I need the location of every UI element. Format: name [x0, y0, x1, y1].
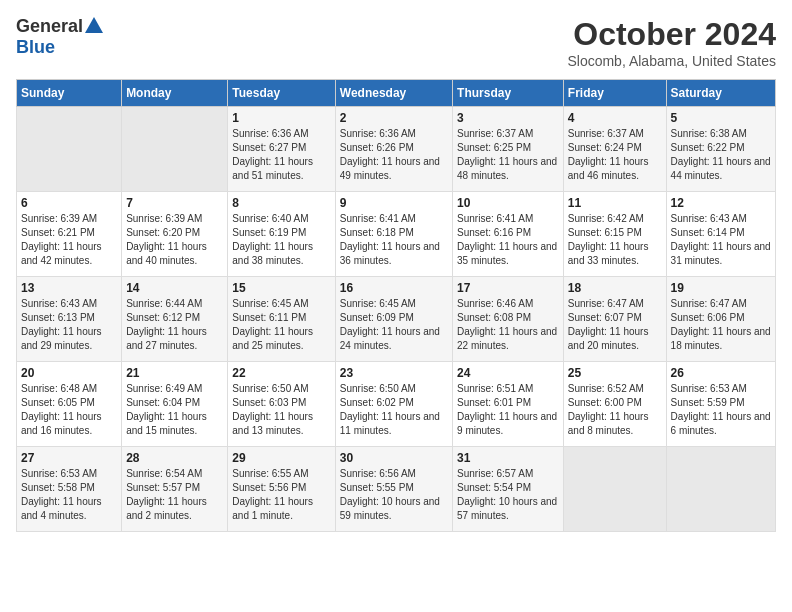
day-info: Sunrise: 6:53 AMSunset: 5:59 PMDaylight:… — [671, 382, 771, 438]
day-info: Sunrise: 6:56 AMSunset: 5:55 PMDaylight:… — [340, 467, 448, 523]
table-row — [563, 447, 666, 532]
header-monday: Monday — [122, 80, 228, 107]
day-info: Sunrise: 6:51 AMSunset: 6:01 PMDaylight:… — [457, 382, 559, 438]
day-info: Sunrise: 6:39 AMSunset: 6:20 PMDaylight:… — [126, 212, 223, 268]
day-number: 18 — [568, 281, 662, 295]
day-info: Sunrise: 6:40 AMSunset: 6:19 PMDaylight:… — [232, 212, 330, 268]
day-info: Sunrise: 6:50 AMSunset: 6:02 PMDaylight:… — [340, 382, 448, 438]
table-row: 30 Sunrise: 6:56 AMSunset: 5:55 PMDaylig… — [335, 447, 452, 532]
table-row: 22 Sunrise: 6:50 AMSunset: 6:03 PMDaylig… — [228, 362, 335, 447]
table-row: 19 Sunrise: 6:47 AMSunset: 6:06 PMDaylig… — [666, 277, 775, 362]
table-row: 23 Sunrise: 6:50 AMSunset: 6:02 PMDaylig… — [335, 362, 452, 447]
header-friday: Friday — [563, 80, 666, 107]
day-number: 29 — [232, 451, 330, 465]
table-row: 18 Sunrise: 6:47 AMSunset: 6:07 PMDaylig… — [563, 277, 666, 362]
day-info: Sunrise: 6:46 AMSunset: 6:08 PMDaylight:… — [457, 297, 559, 353]
table-row: 4 Sunrise: 6:37 AMSunset: 6:24 PMDayligh… — [563, 107, 666, 192]
table-row — [666, 447, 775, 532]
day-number: 15 — [232, 281, 330, 295]
table-row: 8 Sunrise: 6:40 AMSunset: 6:19 PMDayligh… — [228, 192, 335, 277]
day-info: Sunrise: 6:36 AMSunset: 6:27 PMDaylight:… — [232, 127, 330, 183]
day-info: Sunrise: 6:43 AMSunset: 6:14 PMDaylight:… — [671, 212, 771, 268]
header-tuesday: Tuesday — [228, 80, 335, 107]
table-row: 6 Sunrise: 6:39 AMSunset: 6:21 PMDayligh… — [17, 192, 122, 277]
table-row: 7 Sunrise: 6:39 AMSunset: 6:20 PMDayligh… — [122, 192, 228, 277]
table-row: 20 Sunrise: 6:48 AMSunset: 6:05 PMDaylig… — [17, 362, 122, 447]
day-number: 21 — [126, 366, 223, 380]
location-title: Slocomb, Alabama, United States — [567, 53, 776, 69]
day-number: 1 — [232, 111, 330, 125]
day-info: Sunrise: 6:55 AMSunset: 5:56 PMDaylight:… — [232, 467, 330, 523]
logo-blue: Blue — [16, 37, 55, 57]
table-row: 21 Sunrise: 6:49 AMSunset: 6:04 PMDaylig… — [122, 362, 228, 447]
table-row — [122, 107, 228, 192]
day-number: 30 — [340, 451, 448, 465]
day-number: 13 — [21, 281, 117, 295]
day-info: Sunrise: 6:48 AMSunset: 6:05 PMDaylight:… — [21, 382, 117, 438]
day-number: 5 — [671, 111, 771, 125]
table-row: 9 Sunrise: 6:41 AMSunset: 6:18 PMDayligh… — [335, 192, 452, 277]
day-info: Sunrise: 6:44 AMSunset: 6:12 PMDaylight:… — [126, 297, 223, 353]
day-info: Sunrise: 6:39 AMSunset: 6:21 PMDaylight:… — [21, 212, 117, 268]
day-number: 10 — [457, 196, 559, 210]
svg-marker-0 — [85, 17, 103, 33]
day-info: Sunrise: 6:37 AMSunset: 6:25 PMDaylight:… — [457, 127, 559, 183]
day-number: 20 — [21, 366, 117, 380]
day-info: Sunrise: 6:45 AMSunset: 6:09 PMDaylight:… — [340, 297, 448, 353]
header-thursday: Thursday — [453, 80, 564, 107]
day-number: 19 — [671, 281, 771, 295]
day-number: 24 — [457, 366, 559, 380]
day-number: 4 — [568, 111, 662, 125]
table-row: 5 Sunrise: 6:38 AMSunset: 6:22 PMDayligh… — [666, 107, 775, 192]
day-number: 7 — [126, 196, 223, 210]
calendar-body: 1 Sunrise: 6:36 AMSunset: 6:27 PMDayligh… — [17, 107, 776, 532]
table-row: 17 Sunrise: 6:46 AMSunset: 6:08 PMDaylig… — [453, 277, 564, 362]
table-row: 24 Sunrise: 6:51 AMSunset: 6:01 PMDaylig… — [453, 362, 564, 447]
day-number: 25 — [568, 366, 662, 380]
day-number: 9 — [340, 196, 448, 210]
table-row: 2 Sunrise: 6:36 AMSunset: 6:26 PMDayligh… — [335, 107, 452, 192]
day-number: 14 — [126, 281, 223, 295]
table-row: 28 Sunrise: 6:54 AMSunset: 5:57 PMDaylig… — [122, 447, 228, 532]
day-info: Sunrise: 6:42 AMSunset: 6:15 PMDaylight:… — [568, 212, 662, 268]
day-number: 23 — [340, 366, 448, 380]
day-info: Sunrise: 6:38 AMSunset: 6:22 PMDaylight:… — [671, 127, 771, 183]
day-number: 31 — [457, 451, 559, 465]
title-area: October 2024 Slocomb, Alabama, United St… — [567, 16, 776, 69]
day-number: 17 — [457, 281, 559, 295]
day-number: 22 — [232, 366, 330, 380]
day-info: Sunrise: 6:45 AMSunset: 6:11 PMDaylight:… — [232, 297, 330, 353]
day-number: 27 — [21, 451, 117, 465]
table-row: 11 Sunrise: 6:42 AMSunset: 6:15 PMDaylig… — [563, 192, 666, 277]
table-row: 1 Sunrise: 6:36 AMSunset: 6:27 PMDayligh… — [228, 107, 335, 192]
day-number: 6 — [21, 196, 117, 210]
header-saturday: Saturday — [666, 80, 775, 107]
day-info: Sunrise: 6:49 AMSunset: 6:04 PMDaylight:… — [126, 382, 223, 438]
day-info: Sunrise: 6:52 AMSunset: 6:00 PMDaylight:… — [568, 382, 662, 438]
table-row: 27 Sunrise: 6:53 AMSunset: 5:58 PMDaylig… — [17, 447, 122, 532]
day-info: Sunrise: 6:41 AMSunset: 6:18 PMDaylight:… — [340, 212, 448, 268]
header-wednesday: Wednesday — [335, 80, 452, 107]
day-number: 16 — [340, 281, 448, 295]
day-info: Sunrise: 6:47 AMSunset: 6:06 PMDaylight:… — [671, 297, 771, 353]
table-row: 14 Sunrise: 6:44 AMSunset: 6:12 PMDaylig… — [122, 277, 228, 362]
table-row: 26 Sunrise: 6:53 AMSunset: 5:59 PMDaylig… — [666, 362, 775, 447]
day-number: 3 — [457, 111, 559, 125]
table-row: 31 Sunrise: 6:57 AMSunset: 5:54 PMDaylig… — [453, 447, 564, 532]
table-row: 25 Sunrise: 6:52 AMSunset: 6:00 PMDaylig… — [563, 362, 666, 447]
table-row: 16 Sunrise: 6:45 AMSunset: 6:09 PMDaylig… — [335, 277, 452, 362]
day-number: 11 — [568, 196, 662, 210]
logo-general: General — [16, 16, 83, 37]
logo-bird-icon — [85, 17, 103, 37]
day-number: 8 — [232, 196, 330, 210]
day-info: Sunrise: 6:54 AMSunset: 5:57 PMDaylight:… — [126, 467, 223, 523]
calendar-table: Sunday Monday Tuesday Wednesday Thursday… — [16, 79, 776, 532]
day-number: 2 — [340, 111, 448, 125]
table-row: 13 Sunrise: 6:43 AMSunset: 6:13 PMDaylig… — [17, 277, 122, 362]
day-info: Sunrise: 6:36 AMSunset: 6:26 PMDaylight:… — [340, 127, 448, 183]
day-info: Sunrise: 6:53 AMSunset: 5:58 PMDaylight:… — [21, 467, 117, 523]
table-row — [17, 107, 122, 192]
day-info: Sunrise: 6:37 AMSunset: 6:24 PMDaylight:… — [568, 127, 662, 183]
day-number: 12 — [671, 196, 771, 210]
table-row: 12 Sunrise: 6:43 AMSunset: 6:14 PMDaylig… — [666, 192, 775, 277]
